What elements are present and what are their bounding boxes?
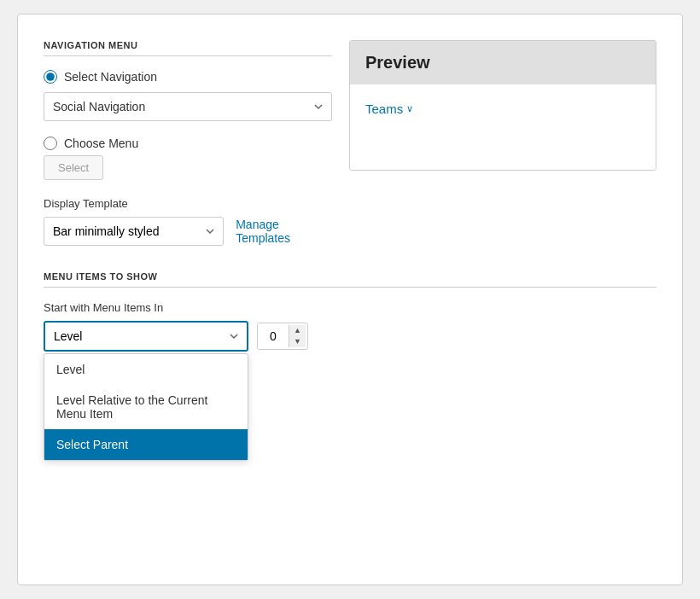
template-select-dropdown[interactable]: Bar minimally styled Bar List (44, 217, 224, 246)
level-select-dropdown[interactable]: Level Level Relative to the Current Menu… (44, 321, 248, 352)
chevron-down-icon: ∨ (406, 103, 413, 114)
right-panel: Preview Teams ∨ (349, 40, 656, 246)
level-row: Level Level Relative to the Current Menu… (44, 321, 656, 352)
manage-templates-link[interactable]: Manage Templates (236, 218, 332, 245)
preview-nav-label: Teams (365, 102, 403, 116)
bottom-section: MENU ITEMS TO SHOW Start with Menu Items… (44, 271, 656, 352)
number-input-wrapper: ▲ ▼ (257, 323, 308, 350)
dropdown-item-parent[interactable]: Select Parent (44, 429, 248, 460)
nav-select-wrapper: Social Navigation Main Navigation Footer… (44, 92, 332, 121)
level-dropdown-menu: Level Level Relative to the Current Menu… (44, 353, 248, 461)
choose-menu-radio-label[interactable]: Choose Menu (44, 137, 332, 150)
select-navigation-radio[interactable] (44, 70, 57, 84)
select-menu-button[interactable]: Select (44, 155, 103, 180)
display-template-section: Display Template Bar minimally styled Ba… (44, 197, 332, 246)
start-label: Start with Menu Items In (44, 301, 656, 314)
preview-header: Preview (350, 41, 656, 84)
select-navigation-text: Select Navigation (64, 70, 157, 84)
level-number-input[interactable] (258, 323, 289, 349)
number-decrement-button[interactable]: ▼ (289, 336, 306, 347)
menu-items-title: MENU ITEMS TO SHOW (44, 271, 656, 282)
top-section: NAVIGATION MENU Select Navigation Social… (44, 40, 656, 246)
nav-divider (44, 55, 332, 56)
menu-items-divider (44, 287, 656, 288)
number-spinners: ▲ ▼ (289, 325, 306, 347)
nav-select-dropdown[interactable]: Social Navigation Main Navigation Footer… (44, 92, 332, 121)
preview-body: Teams ∨ (350, 84, 656, 170)
dropdown-item-relative[interactable]: Level Relative to the Current Menu Item (44, 385, 248, 429)
display-template-label: Display Template (44, 197, 332, 210)
dropdown-item-level[interactable]: Level (44, 354, 248, 385)
main-container: NAVIGATION MENU Select Navigation Social… (17, 14, 683, 585)
template-row: Bar minimally styled Bar List Manage Tem… (44, 217, 332, 246)
nav-menu-title: NAVIGATION MENU (44, 40, 332, 50)
number-increment-button[interactable]: ▲ (289, 325, 306, 336)
select-navigation-radio-label[interactable]: Select Navigation (44, 70, 332, 84)
choose-menu-radio[interactable] (44, 137, 57, 150)
preview-nav-item: Teams ∨ (365, 102, 640, 116)
preview-box: Preview Teams ∨ (349, 40, 656, 171)
left-panel: NAVIGATION MENU Select Navigation Social… (44, 40, 332, 246)
choose-menu-text: Choose Menu (64, 137, 138, 150)
